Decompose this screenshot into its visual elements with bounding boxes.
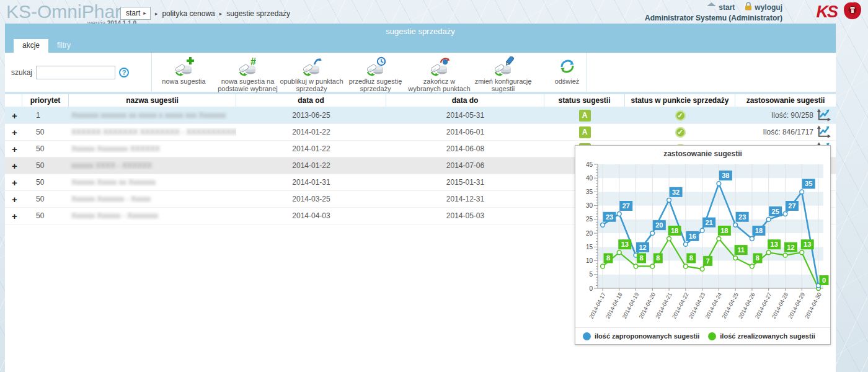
chevron-right-icon: ▸ [219, 11, 223, 17]
refresh-icon [535, 56, 599, 76]
search-zone: szukaj ? [5, 53, 152, 92]
priority-cell: 50 [22, 211, 69, 220]
breadcrumb-item[interactable]: polityka cenowa [162, 9, 215, 18]
table-row[interactable]: + 50 XXXXXX XXXXXXX XXXXXXXX - XXXXXXXXX… [5, 124, 836, 141]
check-icon: ✓ [675, 110, 686, 121]
usage-chart-icon[interactable] [817, 125, 831, 139]
svg-text:2014-04-24: 2014-04-24 [704, 291, 723, 319]
suggestion-name-cell: XXXXXX XXXXXXX XXXXXXXX - XXXXXXXXXXX [69, 128, 236, 136]
expand-button[interactable]: + [5, 110, 22, 121]
legend-dot-icon [708, 332, 716, 340]
tab-filtry[interactable]: filtry [48, 39, 79, 53]
priority-cell: 50 [22, 144, 69, 153]
suggestion-name-cell: Xxxxxx Xxxxxxxx XXXXXX [69, 144, 236, 153]
toolbar-button[interactable]: nowa sugestia [152, 56, 216, 85]
column-header-3[interactable]: data od [236, 94, 386, 107]
expand-button[interactable]: + [5, 194, 22, 205]
svg-text:2014-04-22: 2014-04-22 [671, 291, 689, 319]
legend-dot-icon [583, 332, 591, 340]
priority-cell: 1 [22, 111, 69, 120]
date-to-cell: 2014-06-08 [386, 144, 544, 153]
svg-text:40: 40 [586, 175, 593, 182]
date-from-cell: 2014-04-03 [236, 211, 386, 220]
table-header: priorytetnazwa sugestiidata oddata dosta… [5, 94, 836, 107]
svg-text:23: 23 [606, 213, 613, 221]
svg-text:18: 18 [671, 227, 678, 234]
suggestion-name-cell: Xxxxxx Xxxxxxx - Xxxxx [69, 195, 236, 203]
table-row[interactable]: + 1 Xxxxxxx xxxxxxx xx xxxxx x xxxxx xxx… [5, 107, 836, 124]
chart-legend: ilość zaproponowanych sugestiiilość zrea… [575, 327, 830, 344]
app-header: KS-OmniPharm wersja 2014.1.1.0 start▸▸po… [0, 0, 868, 24]
breadcrumb-item[interactable]: sugestie sprzedaży [226, 9, 290, 18]
svg-text:2014-04-27: 2014-04-27 [754, 291, 773, 319]
expand-button[interactable]: + [5, 177, 22, 188]
column-header-4[interactable]: data do [386, 94, 544, 107]
pos-status-cell: ✓ [625, 127, 735, 138]
check-icon: ✓ [675, 127, 686, 138]
legend-item: ilość zaproponowanych sugestii [583, 332, 699, 340]
help-icon[interactable]: ? [119, 68, 129, 78]
date-from-cell: 2013-06-25 [236, 111, 386, 120]
toolbar-button[interactable]: zmień konfigurację sugestii [471, 56, 535, 92]
extend-icon [343, 56, 407, 76]
date-from-cell: 2014-03-25 [236, 195, 386, 203]
change-config-icon [471, 56, 535, 76]
user-name: Administrator Systemu (Administrator) [645, 14, 782, 22]
svg-text:30: 30 [586, 202, 593, 209]
date-from-cell: 2014-01-22 [236, 144, 386, 153]
priority-cell: 50 [22, 161, 69, 170]
breadcrumb-item-start[interactable]: start▸ [120, 7, 151, 20]
new-suggestion-icon [152, 56, 216, 76]
wyloguj-link[interactable]: wyloguj [745, 2, 782, 12]
svg-text:38: 38 [722, 172, 729, 179]
app-logo-title: KS-OmniPharm [6, 1, 136, 22]
new-from-selected-icon: # [216, 56, 280, 76]
date-to-cell: 2014-06-01 [386, 128, 544, 136]
priority-cell: 50 [22, 195, 69, 203]
column-header-6[interactable]: status w punkcie sprzedaży [625, 94, 735, 107]
date-to-cell: 2014-05-31 [386, 111, 544, 120]
svg-text:8: 8 [656, 254, 660, 262]
breadcrumb: start▸▸polityka cenowa▸sugestie sprzedaż… [120, 7, 290, 20]
expand-button[interactable]: + [5, 127, 22, 138]
suggestion-name-cell: Xxxxxx Xxxxx xx Xxxxxxx [69, 178, 236, 187]
toolbar: szukaj ? nowa sugestia # nowa sugestia n… [5, 53, 836, 92]
column-header-2[interactable]: nazwa sugestii [69, 94, 236, 107]
status-cell: A [544, 126, 625, 138]
svg-text:27: 27 [788, 202, 795, 210]
start-link[interactable]: start [707, 2, 735, 12]
svg-text:32: 32 [672, 188, 680, 196]
publish-icon [280, 56, 343, 76]
column-header-7[interactable]: zastosowanie sugestii [735, 94, 836, 107]
toolbar-button[interactable]: # nowa sugestia na podstawie wybranej [216, 56, 280, 92]
svg-text:25: 25 [586, 216, 593, 223]
svg-text:2014-04-19: 2014-04-19 [621, 291, 640, 319]
column-header-1[interactable]: priorytet [22, 94, 69, 107]
svg-text:2014-04-25: 2014-04-25 [720, 291, 739, 319]
brand-logos: KS [816, 1, 863, 23]
date-from-cell: 2014-01-22 [236, 161, 386, 170]
padlock-icon [745, 2, 752, 12]
expand-button[interactable]: + [5, 161, 22, 171]
column-header-5[interactable]: status sugestii [544, 94, 625, 107]
toolbar-button[interactable]: zakończ w wybranych punktach [407, 56, 471, 92]
svg-text:20: 20 [655, 221, 663, 229]
svg-text:13: 13 [621, 241, 629, 248]
svg-text:12: 12 [787, 244, 794, 251]
usage-chart-icon[interactable] [817, 108, 831, 122]
expand-button[interactable]: + [5, 144, 22, 154]
legend-item: ilość zrealizowanych sugestii [708, 332, 815, 340]
tab-akcje[interactable]: akcje [14, 39, 48, 53]
svg-text:2014-04-29: 2014-04-29 [787, 291, 806, 319]
search-input[interactable] [36, 66, 115, 79]
svg-text:12: 12 [639, 244, 646, 251]
svg-text:18: 18 [720, 227, 728, 234]
priority-cell: 50 [22, 178, 69, 187]
toolbar-button[interactable]: odśwież [535, 56, 599, 85]
home-icon [707, 2, 716, 12]
expand-button[interactable]: + [5, 211, 22, 221]
toolbar-button[interactable]: opublikuj w punktach sprzedaży [280, 56, 343, 92]
svg-text:2014-04-26: 2014-04-26 [737, 291, 756, 319]
ks-logo: KS [816, 2, 837, 22]
toolbar-button[interactable]: przedłuż sugestię sprzedaży [343, 56, 407, 92]
